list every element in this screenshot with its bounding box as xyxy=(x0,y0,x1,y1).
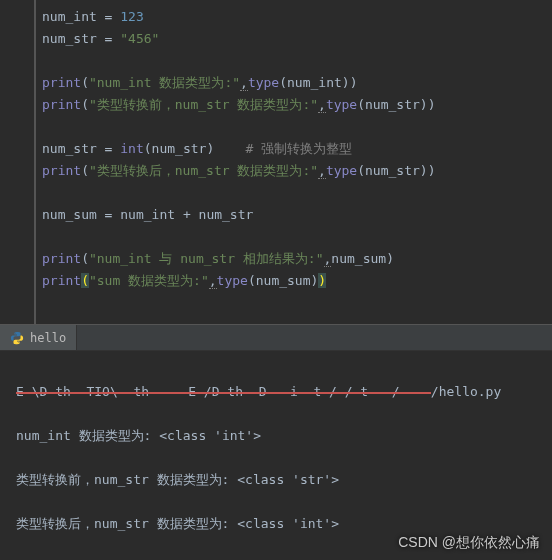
string-literal: "456" xyxy=(120,31,159,46)
code-line[interactable]: print("sum 数据类型为:",type(num_sum)) xyxy=(36,270,552,292)
output-line: num_int 数据类型为: <class 'int'> xyxy=(16,425,552,447)
redacted-path: E \D th TIO\ th E /D th D i t / / t / xyxy=(16,384,431,399)
matched-paren: ) xyxy=(318,273,326,288)
number-literal: 123 xyxy=(120,9,143,24)
run-tool-window: hello E \D th TIO\ th E /D th D i t / / … xyxy=(0,324,552,560)
code-line[interactable] xyxy=(36,292,552,314)
run-tab-hello[interactable]: hello xyxy=(0,325,77,350)
run-tab-label: hello xyxy=(30,331,66,345)
code-line[interactable]: print("num_int 与 num_str 相加结果为:",num_sum… xyxy=(36,248,552,270)
code-editor[interactable]: num_int = 123 num_str = "456" print("num… xyxy=(34,0,552,324)
variable: num_int xyxy=(42,9,97,24)
code-line[interactable]: num_str = "456" xyxy=(36,28,552,50)
code-line[interactable]: print("类型转换后，num_str 数据类型为:",type(num_st… xyxy=(36,160,552,182)
code-line[interactable] xyxy=(36,226,552,248)
interpreter-path: E \D th TIO\ th E /D th D i t / / t / /h… xyxy=(16,381,552,403)
code-line[interactable] xyxy=(36,116,552,138)
code-line[interactable] xyxy=(36,50,552,72)
code-line[interactable] xyxy=(36,182,552,204)
code-line[interactable]: num_sum = num_int + num_str xyxy=(36,204,552,226)
output-line: 类型转换后，num_str 数据类型为: <class 'int'> xyxy=(16,513,552,535)
code-line[interactable]: num_str = int(num_str) # 强制转换为整型 xyxy=(36,138,552,160)
int-call: int xyxy=(120,141,143,156)
python-icon xyxy=(10,331,24,345)
comment: # 强制转换为整型 xyxy=(246,141,353,156)
code-line[interactable]: num_int = 123 xyxy=(36,6,552,28)
code-line[interactable]: print("类型转换前，num_str 数据类型为:",type(num_st… xyxy=(36,94,552,116)
code-line[interactable]: print("num_int 数据类型为:",type(num_int)) xyxy=(36,72,552,94)
output-line: 类型转换前，num_str 数据类型为: <class 'str'> xyxy=(16,469,552,491)
watermark: CSDN @想你依然心痛 xyxy=(398,534,540,552)
matched-paren: ( xyxy=(81,273,89,288)
console-output[interactable]: E \D th TIO\ th E /D th D i t / / t / /h… xyxy=(0,351,552,560)
print-call: print xyxy=(42,75,81,90)
run-tab-bar: hello xyxy=(0,325,552,351)
